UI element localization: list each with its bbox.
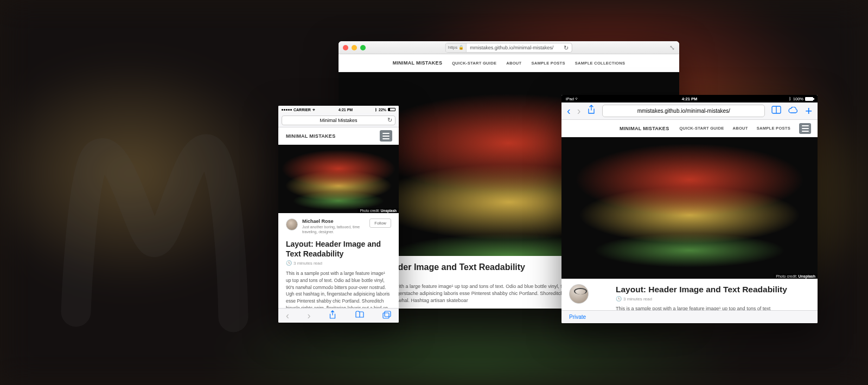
battery-percent: 22%: [379, 108, 386, 112]
share-icon[interactable]: [587, 105, 596, 117]
battery-icon: [805, 97, 813, 101]
brand-m-watermark: [43, 79, 260, 350]
hero-image: Photo credit: Unsplash: [561, 137, 818, 279]
author-name[interactable]: Michael Rose: [302, 219, 365, 224]
minimize-icon[interactable]: [352, 45, 357, 50]
site-brand[interactable]: MINIMAL MISTAKES: [620, 126, 669, 131]
new-tab-icon[interactable]: +: [805, 104, 812, 118]
article-title: Layout: Header Image and Text Readabilit…: [616, 285, 818, 294]
address-bar[interactable]: https🔒 mmistakes.github.io/minimal-mista…: [445, 43, 572, 53]
back-icon[interactable]: ‹: [286, 310, 289, 322]
read-meta: 🕓 3 minutes read: [286, 260, 391, 266]
read-meta: 🕓 3 minutes read: [616, 296, 818, 301]
menu-icon[interactable]: [380, 130, 392, 142]
article-title: Layout: Header Image and Text Readabilit…: [286, 240, 391, 259]
battery-icon: [388, 108, 395, 111]
nav-sample-posts[interactable]: SAMPLE POSTS: [757, 126, 790, 131]
address-bar[interactable]: mmistakes.github.io/minimal-mistakes/: [602, 105, 765, 117]
photo-credit: Photo credit: Unsplash: [358, 208, 399, 213]
address-bar[interactable]: Minimal Mistakes ↻: [282, 116, 395, 125]
nav-sample-collections[interactable]: SAMPLE COLLECTIONS: [575, 61, 626, 66]
photo-credit: Photo credit: Unsplash: [774, 274, 818, 279]
battery-percent: 100%: [793, 97, 803, 101]
back-icon[interactable]: ‹: [567, 105, 571, 117]
article-preview: Layout: Header Image and Text Readabilit…: [561, 279, 818, 311]
nav-about[interactable]: ABOUT: [732, 126, 748, 131]
site-brand[interactable]: MINIMAL MISTAKES: [286, 133, 335, 139]
fullscreen-icon[interactable]: ⤢: [669, 44, 675, 52]
read-time: 3 minutes read: [293, 261, 322, 266]
url-text: mmistakes.github.io/minimal-mistakes/: [467, 45, 557, 50]
tabs-icon[interactable]: [382, 311, 391, 321]
ios-toolbar-bottom: ‹ ›: [278, 308, 399, 323]
svg-rect-2: [383, 313, 389, 318]
window-controls: [343, 45, 366, 50]
menu-icon[interactable]: [799, 123, 811, 134]
nav-quick-start[interactable]: QUICK-START GUIDE: [679, 126, 724, 131]
clock-icon: 🕓: [616, 296, 622, 301]
https-badge: https🔒: [446, 43, 467, 52]
mac-titlebar[interactable]: https🔒 mmistakes.github.io/minimal-mista…: [339, 41, 679, 54]
bookmarks-icon[interactable]: [355, 311, 365, 320]
carrier: CARRIER: [293, 108, 311, 112]
article-preview: Michael Rose Just another boring, tattoo…: [278, 213, 399, 318]
nav-about[interactable]: ABOUT: [506, 61, 521, 66]
ipad-bottom-bar: Private: [561, 310, 818, 323]
author-bio: Just another boring, tattooed, time trav…: [302, 224, 365, 234]
ipad-status-bar: iPad ᯤ 4:21 PM ᛒ 100%: [561, 95, 818, 102]
bluetooth-icon: ᛒ: [375, 108, 377, 112]
share-icon[interactable]: [329, 310, 336, 322]
wifi-icon: ᯤ: [575, 97, 579, 101]
private-button[interactable]: Private: [569, 314, 586, 320]
nav-sample-posts[interactable]: SAMPLE POSTS: [531, 61, 565, 66]
reload-icon[interactable]: ↻: [387, 117, 392, 124]
forward-icon[interactable]: ›: [577, 105, 581, 117]
site-nav: MINIMAL MISTAKES: [278, 127, 399, 145]
site-brand[interactable]: MINIMAL MISTAKES: [393, 60, 442, 66]
clock: 4:21 PM: [339, 108, 353, 112]
hero-image: Photo credit: Unsplash: [278, 145, 399, 213]
ipad-toolbar: ‹ › mmistakes.github.io/minimal-mistakes…: [561, 102, 818, 120]
ipad-safari-window: iPad ᯤ 4:21 PM ᛒ 100% ‹ › mmistakes.gith…: [561, 95, 818, 323]
url-text: mmistakes.github.io/minimal-mistakes/: [637, 108, 730, 114]
cloud-tabs-icon[interactable]: [788, 106, 799, 117]
iphone-safari-window: CARRIER ᯤ 4:21 PM ᛒ 22% Minimal Mistakes…: [278, 106, 399, 323]
site-nav: MINIMAL MISTAKES QUICK-START GUIDE ABOUT…: [339, 54, 679, 72]
signal-icon: [282, 109, 292, 111]
ios-toolbar-top: Minimal Mistakes ↻: [278, 113, 399, 127]
forward-icon[interactable]: ›: [308, 310, 311, 322]
reload-icon[interactable]: ↻: [564, 44, 569, 51]
reader-icon[interactable]: [771, 106, 781, 117]
close-icon[interactable]: [343, 45, 348, 50]
clock: 4:21 PM: [682, 97, 697, 101]
site-nav: MINIMAL MISTAKES QUICK-START GUIDE ABOUT…: [561, 120, 818, 137]
read-time: 3 minutes read: [623, 297, 652, 301]
wifi-icon: ᯤ: [312, 108, 316, 112]
clock-icon: 🕓: [286, 260, 292, 266]
author-avatar[interactable]: [569, 284, 589, 304]
author-avatar[interactable]: [286, 219, 298, 230]
maximize-icon[interactable]: [360, 45, 366, 50]
nav-quick-start[interactable]: QUICK-START GUIDE: [452, 61, 496, 66]
follow-button[interactable]: Follow: [369, 219, 391, 228]
ios-status-bar: CARRIER ᯤ 4:21 PM ᛒ 22%: [278, 106, 399, 113]
device-label: iPad ᯤ: [566, 97, 579, 101]
author-block: Michael Rose Just another boring, tattoo…: [286, 219, 391, 234]
url-title: Minimal Mistakes: [320, 118, 357, 123]
bluetooth-icon: ᛒ: [789, 97, 792, 101]
lock-icon: 🔒: [458, 45, 464, 50]
